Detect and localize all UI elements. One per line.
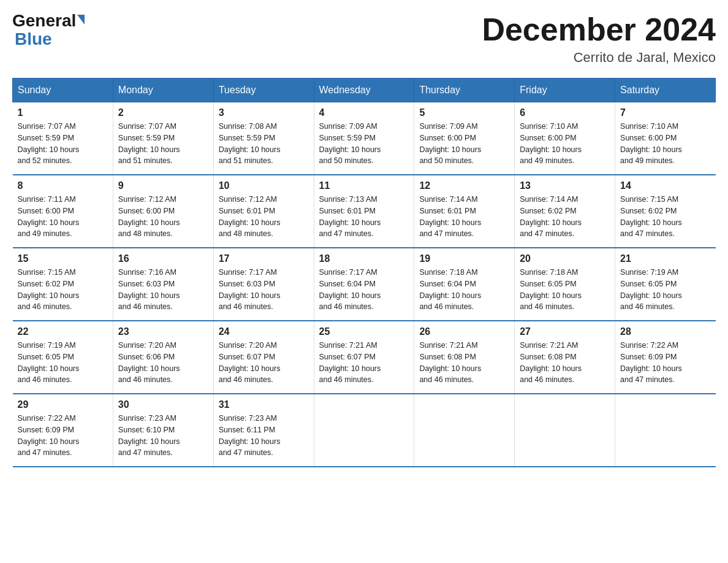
calendar-week-row: 1 Sunrise: 7:07 AMSunset: 5:59 PMDayligh…: [13, 102, 716, 175]
day-info: Sunrise: 7:07 AMSunset: 5:59 PMDaylight:…: [118, 122, 180, 165]
day-number: 8: [18, 180, 108, 191]
calendar-header-row: Sunday Monday Tuesday Wednesday Thursday…: [13, 79, 716, 102]
table-row: [414, 394, 515, 467]
day-info: Sunrise: 7:10 AMSunset: 6:00 PMDaylight:…: [620, 122, 682, 165]
day-number: 26: [419, 326, 509, 337]
day-info: Sunrise: 7:21 AMSunset: 6:08 PMDaylight:…: [520, 341, 582, 384]
day-info: Sunrise: 7:20 AMSunset: 6:07 PMDaylight:…: [219, 341, 281, 384]
logo-blue-row: Blue: [12, 29, 52, 49]
day-number: 21: [620, 253, 710, 264]
table-row: 12 Sunrise: 7:14 AMSunset: 6:01 PMDaylig…: [414, 175, 515, 248]
calendar-week-row: 22 Sunrise: 7:19 AMSunset: 6:05 PMDaylig…: [13, 321, 716, 394]
header-thursday: Thursday: [414, 79, 515, 102]
table-row: 13 Sunrise: 7:14 AMSunset: 6:02 PMDaylig…: [515, 175, 615, 248]
day-number: 18: [319, 253, 409, 264]
title-section: December 2024 Cerrito de Jaral, Mexico: [482, 12, 716, 66]
table-row: 23 Sunrise: 7:20 AMSunset: 6:06 PMDaylig…: [113, 321, 213, 394]
table-row: 3 Sunrise: 7:08 AMSunset: 5:59 PMDayligh…: [213, 102, 314, 175]
header-friday: Friday: [515, 79, 615, 102]
logo: General Blue: [12, 12, 85, 49]
day-info: Sunrise: 7:15 AMSunset: 6:02 PMDaylight:…: [620, 195, 682, 238]
day-info: Sunrise: 7:23 AMSunset: 6:11 PMDaylight:…: [219, 414, 281, 457]
table-row: 27 Sunrise: 7:21 AMSunset: 6:08 PMDaylig…: [515, 321, 615, 394]
calendar-table: Sunday Monday Tuesday Wednesday Thursday…: [12, 78, 716, 467]
table-row: 21 Sunrise: 7:19 AMSunset: 6:05 PMDaylig…: [615, 248, 716, 321]
logo-blue-text: Blue: [15, 29, 52, 49]
table-row: 19 Sunrise: 7:18 AMSunset: 6:04 PMDaylig…: [414, 248, 515, 321]
table-row: 6 Sunrise: 7:10 AMSunset: 6:00 PMDayligh…: [515, 102, 615, 175]
calendar-week-row: 8 Sunrise: 7:11 AMSunset: 6:00 PMDayligh…: [13, 175, 716, 248]
day-number: 13: [520, 180, 610, 191]
day-number: 14: [620, 180, 710, 191]
day-number: 5: [419, 107, 509, 118]
day-number: 10: [219, 180, 309, 191]
day-number: 22: [18, 326, 108, 337]
page-header: General Blue December 2024 Cerrito de Ja…: [12, 12, 716, 66]
table-row: 24 Sunrise: 7:20 AMSunset: 6:07 PMDaylig…: [213, 321, 314, 394]
day-info: Sunrise: 7:09 AMSunset: 6:00 PMDaylight:…: [419, 122, 481, 165]
table-row: 17 Sunrise: 7:17 AMSunset: 6:03 PMDaylig…: [213, 248, 314, 321]
day-info: Sunrise: 7:21 AMSunset: 6:08 PMDaylight:…: [419, 341, 481, 384]
table-row: 22 Sunrise: 7:19 AMSunset: 6:05 PMDaylig…: [13, 321, 113, 394]
day-number: 2: [118, 107, 208, 118]
day-number: 31: [219, 399, 309, 410]
table-row: 30 Sunrise: 7:23 AMSunset: 6:10 PMDaylig…: [113, 394, 213, 467]
day-info: Sunrise: 7:12 AMSunset: 6:00 PMDaylight:…: [118, 195, 180, 238]
table-row: [314, 394, 414, 467]
table-row: 15 Sunrise: 7:15 AMSunset: 6:02 PMDaylig…: [13, 248, 113, 321]
day-number: 12: [419, 180, 509, 191]
table-row: 11 Sunrise: 7:13 AMSunset: 6:01 PMDaylig…: [314, 175, 414, 248]
table-row: [515, 394, 615, 467]
table-row: 20 Sunrise: 7:18 AMSunset: 6:05 PMDaylig…: [515, 248, 615, 321]
table-row: 28 Sunrise: 7:22 AMSunset: 6:09 PMDaylig…: [615, 321, 716, 394]
day-info: Sunrise: 7:23 AMSunset: 6:10 PMDaylight:…: [118, 414, 180, 457]
day-info: Sunrise: 7:21 AMSunset: 6:07 PMDaylight:…: [319, 341, 381, 384]
day-info: Sunrise: 7:18 AMSunset: 6:05 PMDaylight:…: [520, 268, 582, 311]
table-row: 8 Sunrise: 7:11 AMSunset: 6:00 PMDayligh…: [13, 175, 113, 248]
calendar-week-row: 29 Sunrise: 7:22 AMSunset: 6:09 PMDaylig…: [13, 394, 716, 467]
table-row: 31 Sunrise: 7:23 AMSunset: 6:11 PMDaylig…: [213, 394, 314, 467]
table-row: 18 Sunrise: 7:17 AMSunset: 6:04 PMDaylig…: [314, 248, 414, 321]
table-row: 29 Sunrise: 7:22 AMSunset: 6:09 PMDaylig…: [13, 394, 113, 467]
day-number: 25: [319, 326, 409, 337]
day-info: Sunrise: 7:08 AMSunset: 5:59 PMDaylight:…: [219, 122, 281, 165]
logo-general-text: General: [12, 12, 76, 29]
day-number: 17: [219, 253, 309, 264]
day-info: Sunrise: 7:18 AMSunset: 6:04 PMDaylight:…: [419, 268, 481, 311]
day-number: 27: [520, 326, 610, 337]
header-wednesday: Wednesday: [314, 79, 414, 102]
day-info: Sunrise: 7:15 AMSunset: 6:02 PMDaylight:…: [18, 268, 80, 311]
table-row: 26 Sunrise: 7:21 AMSunset: 6:08 PMDaylig…: [414, 321, 515, 394]
day-info: Sunrise: 7:14 AMSunset: 6:01 PMDaylight:…: [419, 195, 481, 238]
calendar-subtitle: Cerrito de Jaral, Mexico: [482, 50, 716, 66]
day-number: 23: [118, 326, 208, 337]
day-number: 1: [18, 107, 108, 118]
day-info: Sunrise: 7:07 AMSunset: 5:59 PMDaylight:…: [18, 122, 80, 165]
table-row: 9 Sunrise: 7:12 AMSunset: 6:00 PMDayligh…: [113, 175, 213, 248]
calendar-title: December 2024: [482, 12, 716, 47]
table-row: 16 Sunrise: 7:16 AMSunset: 6:03 PMDaylig…: [113, 248, 213, 321]
day-info: Sunrise: 7:16 AMSunset: 6:03 PMDaylight:…: [118, 268, 180, 311]
table-row: 2 Sunrise: 7:07 AMSunset: 5:59 PMDayligh…: [113, 102, 213, 175]
header-monday: Monday: [113, 79, 213, 102]
day-number: 19: [419, 253, 509, 264]
table-row: 7 Sunrise: 7:10 AMSunset: 6:00 PMDayligh…: [615, 102, 716, 175]
day-info: Sunrise: 7:19 AMSunset: 6:05 PMDaylight:…: [18, 341, 80, 384]
day-info: Sunrise: 7:17 AMSunset: 6:04 PMDaylight:…: [319, 268, 381, 311]
day-number: 9: [118, 180, 208, 191]
table-row: 10 Sunrise: 7:12 AMSunset: 6:01 PMDaylig…: [213, 175, 314, 248]
day-number: 16: [118, 253, 208, 264]
table-row: 5 Sunrise: 7:09 AMSunset: 6:00 PMDayligh…: [414, 102, 515, 175]
day-info: Sunrise: 7:14 AMSunset: 6:02 PMDaylight:…: [520, 195, 582, 238]
day-number: 11: [319, 180, 409, 191]
table-row: 25 Sunrise: 7:21 AMSunset: 6:07 PMDaylig…: [314, 321, 414, 394]
header-sunday: Sunday: [13, 79, 113, 102]
day-info: Sunrise: 7:09 AMSunset: 5:59 PMDaylight:…: [319, 122, 381, 165]
table-row: 4 Sunrise: 7:09 AMSunset: 5:59 PMDayligh…: [314, 102, 414, 175]
day-number: 4: [319, 107, 409, 118]
calendar-week-row: 15 Sunrise: 7:15 AMSunset: 6:02 PMDaylig…: [13, 248, 716, 321]
day-number: 3: [219, 107, 309, 118]
day-info: Sunrise: 7:17 AMSunset: 6:03 PMDaylight:…: [219, 268, 281, 311]
day-number: 20: [520, 253, 610, 264]
day-number: 24: [219, 326, 309, 337]
